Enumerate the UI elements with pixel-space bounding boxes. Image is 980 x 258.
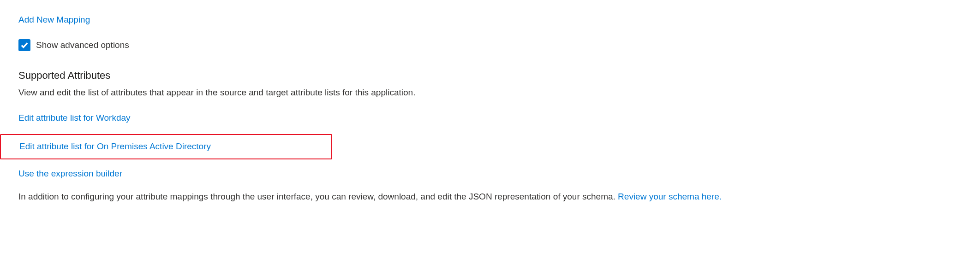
add-new-mapping-link[interactable]: Add New Mapping bbox=[18, 15, 90, 24]
checkmark-icon bbox=[20, 41, 29, 49]
attribute-mapping-section: Add New Mapping Show advanced options Su… bbox=[0, 0, 980, 217]
highlighted-link-box: Edit attribute list for On Premises Acti… bbox=[0, 134, 332, 159]
review-schema-link[interactable]: Review your schema here. bbox=[618, 192, 722, 201]
expression-builder-link[interactable]: Use the expression builder bbox=[18, 169, 122, 178]
advanced-options-row: Show advanced options bbox=[18, 39, 962, 52]
add-mapping-row: Add New Mapping bbox=[18, 14, 962, 26]
edit-workday-link[interactable]: Edit attribute list for Workday bbox=[18, 113, 131, 123]
expression-builder-row: Use the expression builder bbox=[18, 168, 962, 180]
supported-attributes-heading: Supported Attributes bbox=[18, 69, 962, 83]
advanced-options-label: Show advanced options bbox=[36, 39, 129, 52]
supported-attributes-description: View and edit the list of attributes tha… bbox=[18, 87, 962, 99]
edit-onprem-ad-link[interactable]: Edit attribute list for On Premises Acti… bbox=[19, 141, 211, 153]
json-paragraph-text: In addition to configuring your attribut… bbox=[18, 192, 618, 201]
json-representation-paragraph: In addition to configuring your attribut… bbox=[18, 191, 962, 203]
edit-workday-row: Edit attribute list for Workday bbox=[18, 112, 962, 124]
show-advanced-options-checkbox[interactable] bbox=[18, 39, 30, 51]
